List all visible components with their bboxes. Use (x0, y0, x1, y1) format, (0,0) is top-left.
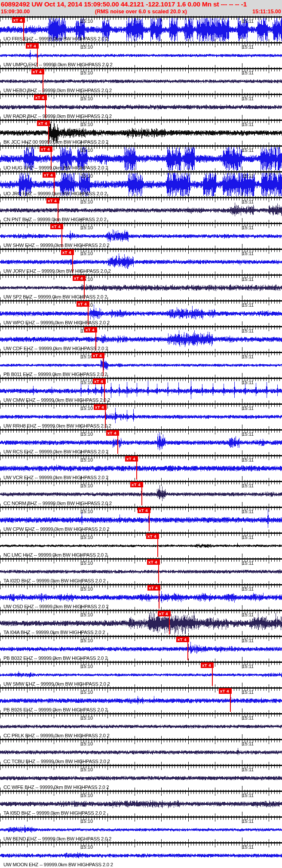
pick-flag[interactable]: xT 4 (50, 224, 63, 229)
seismogram-viewer: 60892492 UW Oct 14, 2014 15:09:50.00 44.… (0, 0, 282, 868)
time-tick-label: 15:11 (242, 483, 254, 488)
pick-flag[interactable]: xT 4 (201, 662, 214, 668)
time-tick-label: 15:10 (81, 96, 93, 101)
time-tick-label: 15:11 (242, 406, 254, 411)
time-tick-label: 15:10 (81, 431, 93, 437)
pick-flag[interactable]: xT 4 (43, 172, 55, 178)
pick-flag[interactable]: xT 4 (147, 585, 160, 591)
rms-scale-note: (RMS noise over 6.0 s scaled 20.0 x) (0, 9, 282, 15)
time-tick-label: 15:11 (242, 148, 254, 153)
pick-flag[interactable]: xT 4 (40, 146, 52, 152)
station-label: UW CMW EHZ -- 99999.0km BW HIGHPASS 2.0 … (3, 397, 110, 403)
station-label: TA I04A BHZ -- 99999.0km BW HIGHPASS 2.0… (3, 630, 105, 635)
time-tick-label: 15:11 (242, 122, 254, 127)
time-tick-label: 15:11 (242, 380, 254, 385)
station-label: PB B926 EHZ -- 99999.0km BW HIGHPASS 2.0… (3, 707, 107, 712)
time-tick-label: 15:10 (81, 18, 93, 24)
pick-flag[interactable]: xT 4 (46, 198, 59, 203)
time-tick-label: 15:11 (242, 277, 254, 282)
time-tick-label: 15:10 (81, 689, 93, 695)
time-tick-label: 15:10 (81, 251, 93, 256)
pick-flag[interactable]: xT 4 (176, 637, 189, 642)
time-tick-label: 15:10 (81, 819, 93, 824)
station-label: UO HUG EHZ -- 99999.0km BW HIGHPASS 2.0 … (3, 165, 108, 170)
pick-flag[interactable]: xT 4 (12, 17, 25, 23)
station-label: UW CDF EHZ -- 99999.0km BW HIGHPASS 2.0 … (3, 346, 108, 351)
pick-flag[interactable]: xT 4 (92, 353, 104, 358)
station-label: BK JCC HHZ 00 99999.0km BW HIGHPASS 2.0 … (3, 139, 108, 145)
event-header: 60892492 UW Oct 14, 2014 15:09:50.00 44.… (0, 0, 282, 16)
pick-flag[interactable]: xT 4 (130, 482, 143, 487)
station-label: UW RCS EHZ -- 99999.0km BW HIGHPASS 2.0 … (3, 449, 108, 454)
time-tick-label: 15:11 (242, 328, 254, 333)
pick-flag[interactable]: xT 4 (61, 249, 74, 255)
time-tick-label: 15:10 (81, 173, 93, 179)
pick-flag[interactable]: xT 4 (219, 688, 232, 694)
time-tick-label: 15:10 (81, 122, 93, 127)
station-label: UO JRO EHZ -- 99999.0km BW HIGHPASS 2.0 … (3, 191, 107, 196)
station-label: TA I05D BHZ -- 99999.0km BW HIGHPASS 2.0… (3, 810, 106, 816)
pick-flag[interactable]: xT 4 (138, 508, 150, 513)
event-summary: 60892492 UW Oct 14, 2014 15:09:50.00 44.… (1, 0, 282, 8)
time-tick-label: 15:10 (81, 483, 93, 488)
time-tick-label: 15:11 (242, 44, 254, 49)
station-label: UW SMW EHZ -- 99999.0km BW HIGHPASS 2.0 … (3, 681, 110, 686)
station-label: NC LMC HHZ -- 99999.0km BW HIGHPASS 2.0 … (3, 552, 107, 557)
time-tick-label: 15:11 (242, 819, 254, 824)
pick-flag[interactable]: xT 4 (125, 456, 138, 462)
time-tick-label: 15:11 (242, 251, 254, 256)
time-tick-label: 15:10 (81, 148, 93, 153)
time-tick-label: 15:11 (242, 302, 254, 308)
pick-flag[interactable]: xT 4 (158, 611, 171, 616)
station-label: UW HEBO BHZ -- 99999.0km BW HIGHPASS 2.0… (3, 88, 112, 93)
time-tick-label: 15:10 (81, 586, 93, 591)
time-tick-label: 15:11 (242, 560, 254, 566)
pick-flag[interactable]: xT 4 (84, 327, 97, 332)
pick-flag[interactable]: xT 4 (73, 275, 86, 281)
station-label: UW RADR BHZ -- 99999.0km BW HIGHPASS 2.0… (3, 114, 112, 119)
station-label: UW CPW EHZ -- 99999.0km BW HIGHPASS 2.0 … (3, 526, 109, 532)
time-tick-label: 15:10 (81, 225, 93, 230)
time-tick-label: 15:11 (242, 96, 254, 101)
station-label: UW VCR EHZ -- 99999.0km BW HIGHPASS 2.0 … (3, 475, 108, 480)
pick-flag[interactable]: xT 4 (147, 559, 160, 565)
time-tick-label: 15:11 (242, 612, 254, 617)
station-label: UW MOON EHZ -- 99999.0km BW HIGHPASS 2.0… (3, 862, 113, 867)
pick-flag[interactable]: xT 4 (77, 301, 89, 307)
pick-flag[interactable]: xT 4 (146, 533, 159, 539)
time-tick-label: 15:11 (242, 767, 254, 772)
pick-flag[interactable]: xT 4 (37, 120, 50, 126)
time-tick-label: 15:11 (242, 689, 254, 695)
window-end-time: 15:11:15.00 (252, 9, 281, 15)
pick-flag[interactable]: xT 4 (94, 404, 107, 410)
pick-flag[interactable]: xT 4 (34, 95, 47, 100)
time-tick-label: 15:10 (81, 380, 93, 385)
pick-flag[interactable]: xT 4 (106, 430, 119, 436)
time-tick-label: 15:10 (81, 535, 93, 540)
time-tick-label: 15:10 (81, 664, 93, 669)
time-tick-label: 15:11 (242, 173, 254, 179)
station-label: CC TCBU BHZ -- 99999.0km BW HIGHPASS 2.0… (3, 759, 110, 764)
time-tick-label: 15:11 (242, 354, 254, 359)
time-tick-label: 15:10 (81, 612, 93, 617)
time-tick-label: 15:11 (242, 199, 254, 204)
station-label: TA I02D BHZ -- 99999.0km BW HIGHPASS 2.0… (3, 578, 106, 583)
time-tick-label: 15:10 (81, 406, 93, 411)
station-label: PB B032 EHZ -- 99999.0km BW HIGHPASS 2.0… (3, 656, 107, 661)
station-label: UW UMPQ EHZ -- 99999.0km BW HIGHPASS 2.0… (3, 62, 113, 67)
time-tick-label: 15:11 (242, 18, 254, 24)
pick-flag[interactable]: xT 4 (26, 43, 39, 49)
station-label: UW OSD EHZ -- 99999.0km BW HIGHPASS 2.0 … (3, 604, 108, 609)
time-tick-label: 15:10 (81, 199, 93, 204)
pick-flag[interactable]: xT 4 (31, 69, 44, 74)
station-label: CC PRLK BHZ -- 99999.0km BW HIGHPASS 2.0… (3, 733, 110, 738)
time-tick-label: 15:10 (81, 560, 93, 566)
time-tick-label: 15:11 (242, 793, 254, 798)
time-tick-label: 15:10 (81, 509, 93, 514)
time-tick-label: 15:10 (81, 715, 93, 720)
time-tick-label: 15:11 (242, 715, 254, 720)
time-tick-label: 15:10 (81, 638, 93, 643)
station-label: UW BEND EHZ -- 99999.0km BW HIGHPASS 2.0… (3, 836, 111, 841)
station-label: CC NORM BHZ -- 99999.0km BW HIGHPASS 2.0… (3, 501, 112, 506)
pick-flag[interactable]: xT 4 (93, 379, 106, 384)
